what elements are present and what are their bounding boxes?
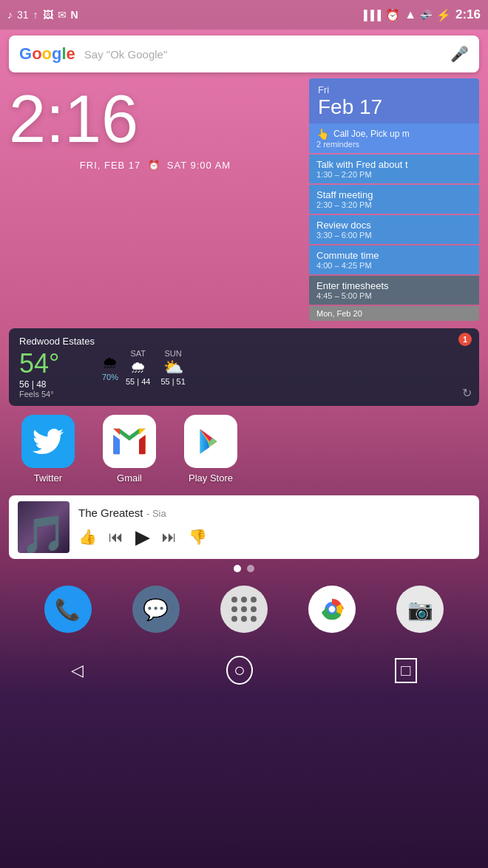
gmail-icon[interactable]	[103, 415, 156, 468]
calendar-event-4[interactable]: Commute time 4:00 – 4:25 PM	[309, 245, 479, 274]
reminder-icon: 👆	[316, 128, 329, 140]
reminder-count: 2 reminders	[316, 140, 472, 149]
calendar-event-2[interactable]: Staff meeting 2:30 – 3:20 PM	[309, 185, 479, 214]
weather-location: Redwood Estates	[19, 336, 95, 347]
clock-alarm: SAT 9:00 AM	[167, 160, 231, 171]
battery-icon: ⚡	[436, 8, 451, 22]
event-1-time: 1:30 – 2:20 PM	[316, 170, 472, 179]
app-item-playstore[interactable]: Play Store	[177, 415, 244, 484]
status-icons-left: ♪ 31 ↑ 🖼 ✉ N	[7, 9, 78, 21]
calendar-reminder[interactable]: 👆 Call Joe, Pick up m 2 reminders	[309, 123, 479, 153]
music-title: The Greatest	[78, 506, 143, 519]
status-time: 2:16	[455, 7, 481, 22]
event-4-time: 4:00 – 4:25 PM	[316, 261, 472, 270]
twitter-icon[interactable]	[21, 415, 75, 468]
phone-icon: 📞	[55, 597, 81, 622]
twitter-label: Twitter	[34, 472, 62, 484]
weather-sat-range: 55 | 44	[126, 377, 150, 386]
music-status-icon: ♪	[7, 9, 13, 21]
search-bar[interactable]: Google Say "Ok Google" 🎤	[9, 35, 479, 72]
thumbs-down-button[interactable]: 👎	[189, 528, 207, 546]
home-button[interactable]: ○	[226, 656, 253, 685]
clock-date: FRI, FEB 17 ⏰ SAT 9:00 AM	[9, 160, 302, 171]
thumbs-up-button[interactable]: 👍	[78, 528, 97, 546]
music-title-line: The Greatest - Sia	[78, 506, 470, 520]
prev-button[interactable]: ⏮	[109, 529, 123, 546]
svg-point-3	[329, 606, 336, 613]
music-controls[interactable]: 👍 ⏮ ▶ ⏭ 👎	[78, 526, 470, 549]
page-dots	[0, 565, 488, 572]
messages-icon: 💬	[143, 597, 169, 622]
app-item-gmail[interactable]: Gmail	[96, 415, 163, 484]
status-bar: ♪ 31 ↑ 🖼 ✉ N ▐▐▐ ⏰ ▲ 🔊 ⚡ 2:16	[0, 0, 488, 30]
reminder-title: Call Joe, Pick up m	[333, 129, 410, 139]
music-artist: - Sia	[146, 508, 166, 519]
email-status-icon: ✉	[58, 9, 67, 21]
status-icons-right: ▐▐▐ ⏰ ▲ 🔊 ⚡ 2:16	[360, 7, 481, 22]
mic-icon[interactable]: 🎤	[450, 45, 469, 63]
dock-chrome[interactable]	[308, 586, 356, 633]
weather-rain-percent: 70%	[102, 373, 118, 382]
weather-alert-badge: 1	[458, 333, 472, 346]
google-logo: Google	[19, 44, 75, 64]
refresh-icon[interactable]: ↻	[462, 386, 472, 400]
weather-widget: Redwood Estates 54° 56 | 48 Feels 54° 🌧 …	[9, 328, 479, 406]
artist-silhouette: 🎵	[21, 516, 67, 553]
weather-sun-name: SUN	[160, 349, 185, 358]
clock-date-text: FRI, FEB 17	[80, 160, 141, 171]
dock-app-drawer[interactable]	[220, 586, 268, 633]
playstore-icon[interactable]	[184, 415, 237, 468]
camera-icon: 📷	[407, 597, 433, 622]
weather-range: 56 | 48	[19, 379, 95, 390]
recent-button[interactable]: □	[395, 658, 416, 683]
search-hint[interactable]: Say "Ok Google"	[84, 48, 450, 61]
playstore-label: Play Store	[189, 472, 233, 484]
event-2-title: Staff meeting	[316, 189, 472, 200]
play-button[interactable]: ▶	[135, 526, 150, 549]
apps-grid-icon	[231, 597, 257, 622]
weather-sun-range: 55 | 51	[160, 377, 185, 386]
calendar-date: Feb 17	[318, 95, 470, 119]
page-dot-1	[234, 565, 241, 572]
weather-feels: Feels 54°	[19, 390, 95, 399]
calendar-day-name: Fri	[318, 84, 470, 95]
page-dot-2	[247, 565, 254, 572]
nav-bar: ◁ ○ □	[0, 644, 488, 692]
calendar-event-3[interactable]: Review docs 3:30 – 6:00 PM	[309, 215, 479, 244]
gallery-status-icon: 🖼	[43, 9, 53, 21]
calendar-event-5[interactable]: Enter timesheets 4:45 – 5:00 PM	[309, 276, 479, 305]
calendar-header: Fri Feb 17	[309, 78, 479, 123]
main-content: 2:16 FRI, FEB 17 ⏰ SAT 9:00 AM Fri Feb 1…	[0, 78, 488, 321]
app-item-twitter[interactable]: Twitter	[15, 415, 81, 484]
weather-temp: 54°	[19, 348, 95, 379]
dock-phone[interactable]: 📞	[44, 586, 92, 633]
weather-sun-icon: ⛅	[160, 358, 185, 377]
dock-messages[interactable]: 💬	[132, 586, 180, 633]
signal-icon: ▐▐▐	[360, 10, 381, 21]
weather-sat-icon: 🌧	[126, 358, 150, 377]
wifi-icon: ▲	[404, 8, 416, 21]
back-button[interactable]: ◁	[71, 661, 84, 680]
event-3-time: 3:30 – 6:00 PM	[316, 231, 472, 240]
calendar-next-day: Mon, Feb 20	[309, 306, 479, 321]
event-5-title: Enter timesheets	[316, 280, 472, 291]
weather-rain-icon: 🌧	[102, 353, 118, 373]
weather-sat: SAT 🌧 55 | 44	[126, 349, 150, 386]
calendar-widget: Fri Feb 17 👆 Call Joe, Pick up m 2 remin…	[309, 78, 479, 321]
n-status-icon: N	[71, 9, 78, 21]
weather-days: SAT 🌧 55 | 44 SUN ⛅ 55 | 51	[126, 349, 186, 386]
event-1-title: Talk with Fred about t	[316, 159, 472, 170]
next-button[interactable]: ⏭	[162, 529, 177, 546]
app-row: Twitter Gmail	[0, 406, 488, 492]
event-3-title: Review docs	[316, 220, 472, 231]
calendar-event-1[interactable]: Talk with Fred about t 1:30 – 2:20 PM	[309, 155, 479, 183]
event-2-time: 2:30 – 3:20 PM	[316, 200, 472, 209]
clock-time: 2:16	[9, 86, 302, 152]
dock-camera[interactable]: 📷	[396, 586, 444, 633]
clock-widget: 2:16 FRI, FEB 17 ⏰ SAT 9:00 AM	[9, 78, 302, 321]
music-player: 🎵 The Greatest - Sia 👍 ⏮ ▶ ⏭ 👎	[9, 495, 479, 559]
album-art: 🎵	[18, 501, 70, 553]
music-info: The Greatest - Sia 👍 ⏮ ▶ ⏭ 👎	[78, 506, 470, 549]
mute-icon: 🔊	[421, 10, 432, 20]
gmail-label: Gmail	[117, 472, 142, 484]
